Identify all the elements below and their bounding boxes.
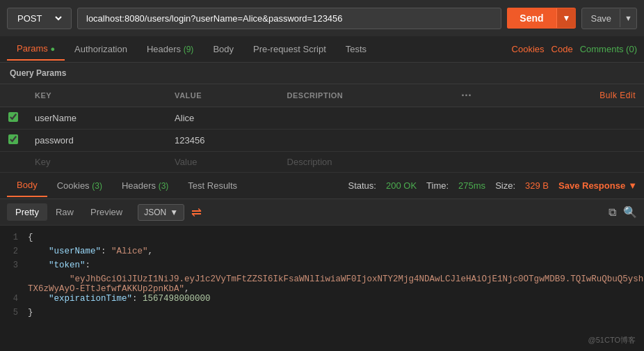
line-content-3b: "eyJhbGciOiJIUzI1NiJ9.eyJ1c2VyTmFtZZSI6I…: [28, 274, 644, 294]
headers-badge: (9): [184, 45, 194, 54]
wrap-icon[interactable]: ⇌: [191, 205, 202, 220]
code-area: 1 { 2 "userName": "Alice", 3 "token": "e…: [0, 226, 644, 329]
row2-checkbox[interactable]: [8, 134, 18, 144]
line-num-4: 4: [0, 294, 28, 304]
status-value: 200 OK: [386, 180, 417, 191]
table-row: userName Alice: [0, 107, 644, 130]
code-line-5: 5 }: [0, 308, 644, 322]
code-line-3b: "eyJhbGciOiJIUzI1NiJ9.eyJ1c2VyTmFtZZSI6I…: [0, 274, 644, 294]
code-scroll-container[interactable]: 1 { 2 "userName": "Alice", 3 "token": "e…: [0, 226, 644, 351]
size-label: Size:: [495, 180, 515, 191]
line-content-5: }: [28, 308, 644, 318]
format-selector[interactable]: JSON ▼: [138, 204, 184, 221]
method-selector[interactable]: POST GET PUT DELETE: [7, 8, 72, 29]
col-description-header: DESCRIPTION: [279, 84, 453, 107]
row2-checkbox-cell[interactable]: [0, 130, 26, 152]
col-key-header: KEY: [26, 84, 166, 107]
line-content-2: "userName": "Alice",: [28, 247, 644, 256]
line-num-3: 3: [0, 260, 28, 270]
format-arrow: ▼: [170, 208, 178, 217]
time-value: 275ms: [458, 180, 485, 191]
save-response-arrow: ▼: [628, 180, 637, 191]
row2-key[interactable]: password: [26, 130, 166, 152]
row1-checkbox[interactable]: [8, 112, 18, 122]
save-response-button[interactable]: Save Response ▼: [558, 180, 637, 191]
empty-extra: [517, 152, 644, 173]
table-row: password 123456: [0, 130, 644, 152]
watermark: @51CTO博客: [588, 335, 636, 345]
line-content-1: {: [28, 233, 644, 242]
empty-checkbox-cell: [0, 152, 26, 173]
save-button[interactable]: Save: [582, 8, 620, 29]
line-num-5: 5: [0, 308, 28, 318]
params-table: KEY VALUE DESCRIPTION ··· Bulk Edit user…: [0, 84, 644, 173]
response-tab-headers[interactable]: Headers (3): [112, 175, 178, 196]
col-dots: ···: [453, 84, 517, 107]
row1-extra: [517, 107, 644, 130]
tab-body[interactable]: Body: [203, 38, 243, 60]
response-tab-body[interactable]: Body: [7, 174, 47, 197]
col-value-header: VALUE: [166, 84, 278, 107]
row1-description[interactable]: [279, 107, 453, 130]
bulk-edit-btn[interactable]: Bulk Edit: [517, 84, 644, 107]
response-tabs-left: Body Cookies (3) Headers (3) Test Result…: [7, 174, 348, 197]
code-line-3: 3 "token":: [0, 260, 644, 274]
request-tabs-left: Params ● Authorization Headers (9) Body …: [7, 38, 512, 61]
response-tab-test-results[interactable]: Test Results: [178, 175, 247, 196]
format-label: JSON: [144, 208, 166, 217]
row2-description[interactable]: [279, 130, 453, 152]
response-status-area: Status: 200 OK Time: 275ms Size: 329 B S…: [348, 180, 638, 191]
search-icon[interactable]: 🔍: [623, 205, 637, 219]
line-num-2: 2: [0, 247, 28, 256]
table-row-empty: Key Value Description: [0, 152, 644, 173]
code-line-2: 2 "userName": "Alice",: [0, 247, 644, 260]
code-line-1: 1 {: [0, 233, 644, 247]
row2-extra: [517, 130, 644, 152]
line-content-4: "expirationTime": 1567498000000: [28, 294, 644, 304]
row1-value[interactable]: Alice: [166, 107, 278, 130]
view-pretty-button[interactable]: Pretty: [7, 203, 47, 221]
tab-headers[interactable]: Headers (9): [137, 38, 203, 60]
request-tabs-right: Cookies Code Comments (0): [512, 44, 637, 54]
empty-dots: [453, 152, 517, 173]
empty-description[interactable]: Description: [279, 152, 453, 173]
save-group: Save ▼: [581, 8, 637, 29]
tab-prerequest[interactable]: Pre-request Script: [243, 38, 336, 60]
view-preview-button[interactable]: Preview: [82, 203, 131, 221]
line-num-1: 1: [0, 233, 28, 242]
code-toolbar: Pretty Raw Preview JSON ▼ ⇌ ⧉ 🔍: [0, 199, 644, 226]
view-raw-button[interactable]: Raw: [47, 203, 82, 221]
send-button[interactable]: Send: [507, 8, 556, 29]
col-checkbox: [0, 84, 26, 107]
empty-value[interactable]: Value: [166, 152, 278, 173]
row1-checkbox-cell[interactable]: [0, 107, 26, 130]
code-toolbar-right: ⧉ 🔍: [609, 205, 637, 219]
url-input[interactable]: [77, 8, 501, 29]
comments-link[interactable]: Comments (0): [580, 44, 637, 54]
row2-value[interactable]: 123456: [166, 130, 278, 152]
tab-tests[interactable]: Tests: [336, 38, 376, 60]
resp-headers-badge: (3): [159, 181, 169, 191]
query-params-header: Query Params: [0, 63, 644, 84]
row1-key[interactable]: userName: [26, 107, 166, 130]
save-response-label: Save Response: [558, 180, 625, 191]
status-label: Status:: [348, 180, 376, 191]
line-content-3: "token":: [28, 260, 644, 270]
size-value: 329 B: [525, 180, 549, 191]
cookies-link[interactable]: Cookies: [512, 44, 545, 54]
code-line-4: 4 "expirationTime": 1567498000000: [0, 294, 644, 308]
send-dropdown-button[interactable]: ▼: [556, 8, 577, 28]
response-tab-cookies[interactable]: Cookies (3): [47, 175, 112, 196]
time-label: Time:: [426, 180, 449, 191]
code-link[interactable]: Code: [552, 44, 573, 54]
save-dropdown-button[interactable]: ▼: [620, 9, 636, 27]
row1-dots: [453, 107, 517, 130]
empty-key[interactable]: Key: [26, 152, 166, 173]
send-group: Send ▼: [507, 8, 576, 29]
copy-icon[interactable]: ⧉: [609, 206, 616, 219]
tab-params[interactable]: Params ●: [7, 38, 65, 61]
resp-cookies-badge: (3): [92, 181, 102, 191]
tab-authorization[interactable]: Authorization: [65, 38, 137, 60]
method-dropdown[interactable]: POST GET PUT DELETE: [15, 13, 64, 24]
response-tab-bar: Body Cookies (3) Headers (3) Test Result…: [0, 173, 644, 199]
